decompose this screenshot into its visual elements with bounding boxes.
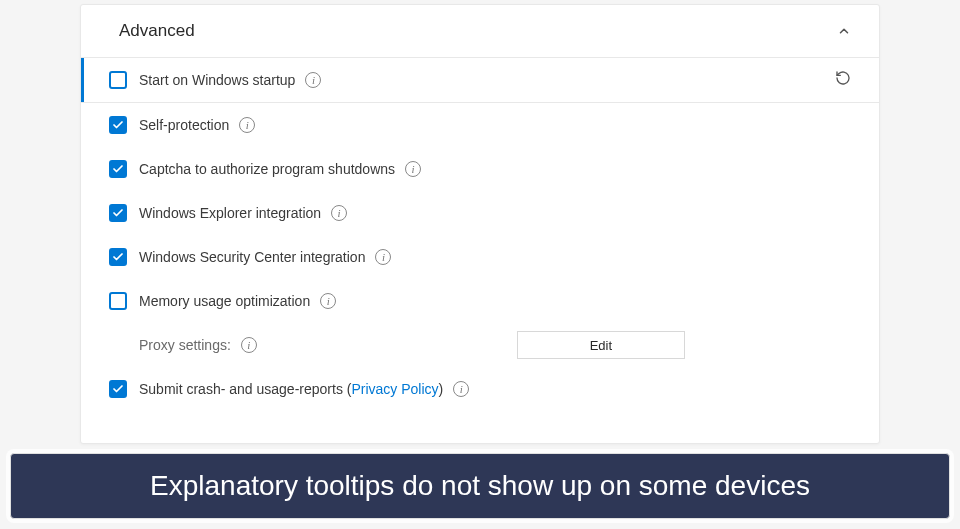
caption-text: Explanatory tooltips do not show up on s… bbox=[150, 470, 810, 501]
info-icon[interactable]: i bbox=[405, 161, 421, 177]
proxy-label: Proxy settings: bbox=[139, 337, 231, 353]
option-label: Self-protection bbox=[139, 117, 229, 133]
section-header-advanced[interactable]: Advanced bbox=[81, 5, 879, 57]
checkbox-self-protection[interactable] bbox=[109, 116, 127, 134]
option-label: Windows Security Center integration bbox=[139, 249, 365, 265]
proxy-settings-row: Proxy settings: i Edit bbox=[81, 323, 879, 367]
submit-suffix: ) bbox=[439, 381, 444, 397]
checkbox-explorer-integration[interactable] bbox=[109, 204, 127, 222]
option-submit-reports: Submit crash- and usage-reports (Privacy… bbox=[81, 367, 879, 411]
section-title: Advanced bbox=[119, 21, 195, 41]
reset-icon[interactable] bbox=[835, 70, 851, 90]
checkbox-start-on-startup[interactable] bbox=[109, 71, 127, 89]
info-icon[interactable]: i bbox=[239, 117, 255, 133]
info-icon[interactable]: i bbox=[331, 205, 347, 221]
privacy-policy-link[interactable]: Privacy Policy bbox=[351, 381, 438, 397]
option-captcha-shutdown: Captcha to authorize program shutdowns i bbox=[81, 147, 879, 191]
option-explorer-integration: Windows Explorer integration i bbox=[81, 191, 879, 235]
settings-panel: Advanced Start on Windows startup i Self… bbox=[80, 4, 880, 444]
option-self-protection: Self-protection i bbox=[81, 103, 879, 147]
submit-prefix: Submit crash- and usage-reports ( bbox=[139, 381, 351, 397]
option-label: Memory usage optimization bbox=[139, 293, 310, 309]
option-start-on-startup: Start on Windows startup i bbox=[81, 57, 879, 103]
chevron-up-icon bbox=[837, 24, 851, 42]
checkbox-memory-optimization[interactable] bbox=[109, 292, 127, 310]
option-security-center: Windows Security Center integration i bbox=[81, 235, 879, 279]
info-icon[interactable]: i bbox=[305, 72, 321, 88]
checkbox-captcha-shutdown[interactable] bbox=[109, 160, 127, 178]
info-icon[interactable]: i bbox=[375, 249, 391, 265]
option-label: Captcha to authorize program shutdowns bbox=[139, 161, 395, 177]
info-icon[interactable]: i bbox=[453, 381, 469, 397]
option-label: Submit crash- and usage-reports (Privacy… bbox=[139, 381, 443, 397]
edit-proxy-button[interactable]: Edit bbox=[517, 331, 685, 359]
option-label: Start on Windows startup bbox=[139, 72, 295, 88]
caption-bar: Explanatory tooltips do not show up on s… bbox=[10, 453, 950, 519]
info-icon[interactable]: i bbox=[320, 293, 336, 309]
checkbox-submit-reports[interactable] bbox=[109, 380, 127, 398]
option-label: Windows Explorer integration bbox=[139, 205, 321, 221]
checkbox-security-center[interactable] bbox=[109, 248, 127, 266]
info-icon[interactable]: i bbox=[241, 337, 257, 353]
options-list: Start on Windows startup i Self-protecti… bbox=[81, 57, 879, 411]
option-memory-optimization: Memory usage optimization i bbox=[81, 279, 879, 323]
